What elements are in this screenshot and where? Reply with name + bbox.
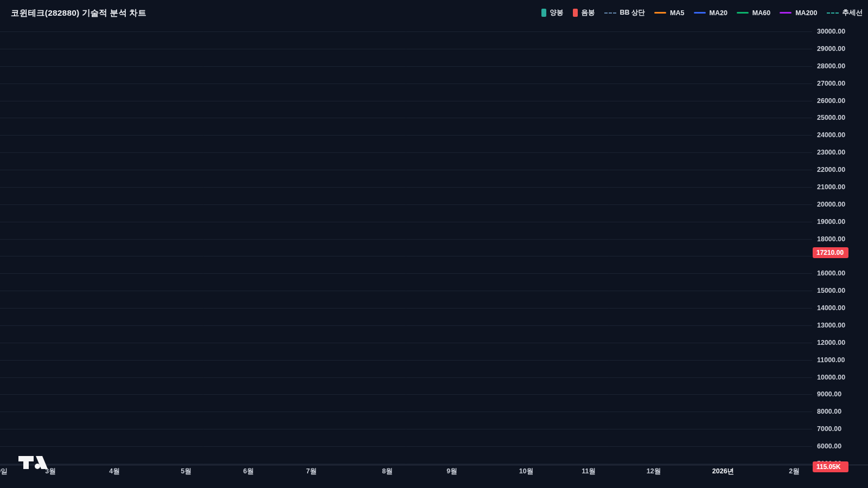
line-swatch-icon [654, 12, 666, 14]
legend-label: BB 상단 [620, 8, 646, 17]
legend-item: MA60 [737, 9, 770, 17]
legend-item: MA20 [694, 9, 727, 17]
price-tick: 16000.00 [817, 269, 860, 278]
legend-label: 음봉 [582, 8, 595, 17]
price-tick: 13000.00 [817, 321, 860, 330]
price-tick: 19000.00 [817, 217, 860, 226]
time-tick: 7월 [306, 467, 316, 476]
price-tick: 25000.00 [817, 113, 860, 122]
line-swatch-icon [737, 12, 749, 14]
time-tick: 8월 [382, 467, 392, 476]
time-tick: 4월 [109, 467, 119, 476]
legend-item: 추세선 [827, 8, 863, 17]
candle-swatch-icon [541, 9, 546, 17]
time-tick: 11월 [582, 467, 596, 476]
chart-legend: 양봉음봉BB 상단MA5MA20MA60MA200추세선 [541, 8, 863, 17]
price-tick: 27000.00 [817, 79, 860, 88]
price-tick: 22000.00 [817, 165, 860, 174]
time-tick: 12월 [647, 467, 661, 476]
legend-label: MA60 [752, 9, 770, 17]
time-tick: 2월 [789, 467, 799, 476]
price-tick: 12000.00 [817, 338, 860, 347]
line-swatch-icon [780, 12, 792, 14]
legend-label: MA200 [795, 9, 817, 17]
price-tick: 28000.00 [817, 62, 860, 70]
dashed-line-icon [604, 12, 616, 14]
price-tick: 15000.00 [817, 286, 860, 295]
time-tick: 2026년 [712, 467, 734, 476]
time-tick: 10월 [519, 467, 533, 476]
line-swatch-icon [694, 12, 706, 14]
candle-swatch-icon [573, 9, 578, 17]
price-tick: 29000.00 [817, 44, 860, 53]
last-volume-label: 115.05K [813, 461, 848, 472]
dashed-line-icon [827, 12, 839, 14]
legend-item: BB 상단 [604, 8, 646, 17]
page-title: 코윈테크(282880) 기술적 분석 차트 [11, 8, 146, 19]
price-tick: 11000.00 [817, 356, 860, 364]
time-tick: 6월 [243, 467, 253, 476]
tradingview-logo[interactable] [18, 455, 62, 470]
price-tick: 20000.00 [817, 200, 860, 209]
legend-item: MA200 [780, 9, 817, 17]
price-tick: 9000.00 [817, 390, 860, 399]
price-tick: 30000.00 [817, 27, 860, 36]
price-tick: 18000.00 [817, 235, 860, 243]
price-tick: 10000.00 [817, 373, 860, 382]
legend-label: 양봉 [550, 8, 564, 17]
price-tick: 21000.00 [817, 183, 860, 191]
legend-item: 양봉 [541, 8, 564, 17]
price-tick: 8000.00 [817, 407, 860, 416]
legend-item: 음봉 [573, 8, 595, 17]
legend-label: 추세선 [843, 8, 863, 17]
time-tick: 0일 [0, 467, 8, 476]
price-tick: 6000.00 [817, 442, 860, 451]
legend-label: MA5 [670, 9, 684, 17]
price-tick: 14000.00 [817, 304, 860, 312]
legend-item: MA5 [654, 9, 684, 17]
price-tick: 24000.00 [817, 131, 860, 139]
time-tick: 9월 [446, 467, 457, 476]
price-tick: 23000.00 [817, 148, 860, 157]
legend-label: MA20 [710, 9, 727, 17]
price-tick: 26000.00 [817, 97, 860, 105]
last-price-label: 17210.00 [813, 247, 848, 258]
price-tick: 7000.00 [817, 425, 860, 433]
chart-window: 코윈테크(282880) 기술적 분석 차트 양봉음봉BB 상단MA5MA20M… [0, 0, 868, 488]
price-chart-canvas[interactable] [0, 0, 868, 488]
time-tick: 5월 [181, 467, 191, 476]
